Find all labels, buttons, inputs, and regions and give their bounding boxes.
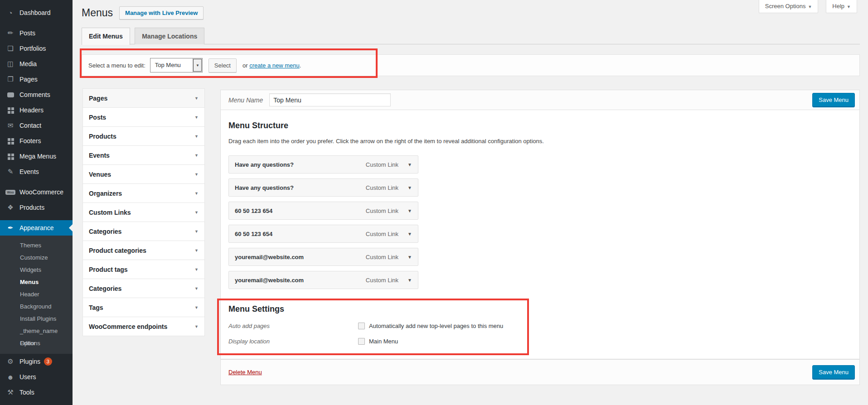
sidebar-item-comments[interactable]: Comments (0, 87, 73, 102)
create-new-menu-link[interactable]: create a new menu (249, 62, 300, 69)
sidebar-item-headers[interactable]: Headers (0, 102, 73, 118)
chevron-down-icon: ▼ (194, 210, 199, 215)
save-menu-button-top[interactable]: Save Menu (812, 93, 855, 107)
sidebar-item-label: Media (19, 60, 37, 68)
sidebar-item-pages[interactable]: ❐ Pages (0, 72, 73, 87)
menu-item-row[interactable]: 60 50 123 654 Custom Link▼ (228, 225, 418, 243)
panel-custom-links[interactable]: Custom Links▼ (82, 202, 205, 222)
item-config-arrow-icon[interactable]: ▼ (407, 162, 412, 167)
panel-categories-2[interactable]: Categories▼ (82, 279, 205, 298)
panel-categories[interactable]: Categories▼ (82, 222, 205, 241)
panel-pages[interactable]: Pages▼ (82, 88, 205, 108)
screen-meta-links: Screen Options▼ Help▼ (759, 0, 857, 13)
tools-icon: ⚒ (5, 388, 15, 396)
sidebar-item-posts[interactable]: ✏ Posts (0, 25, 73, 41)
sidebar-item-plugins[interactable]: ⚙ Plugins 3 (0, 354, 73, 369)
menu-item-row[interactable]: youremail@website.com Custom Link▼ (228, 271, 418, 289)
selected-menu-value: Top Menu (150, 58, 193, 72)
submenu-item-theme-name-options[interactable]: _theme_name Options (0, 325, 73, 337)
page-header: Menus Manage with Live Preview (82, 6, 204, 19)
sidebar-item-dashboard[interactable]: ◔ Dashboard (0, 5, 73, 20)
sidebar-item-appearance[interactable]: ✒ Appearance (0, 220, 73, 236)
menu-item-row[interactable]: Have any questions? Custom Link▼ (228, 178, 418, 197)
page-title: Menus (82, 7, 113, 19)
sidebar-item-products[interactable]: ❖ Products (0, 200, 73, 215)
tab-manage-locations[interactable]: Manage Locations (135, 28, 204, 44)
sidebar-item-portfolios[interactable]: ❏ Portfolios (0, 41, 73, 56)
delete-menu-link[interactable]: Delete Menu (228, 369, 262, 376)
menu-name-label: Menu Name (228, 96, 263, 104)
menu-name-bar: Menu Name Save Menu (220, 90, 860, 110)
menu-item-type: Custom Link (366, 277, 398, 284)
panel-venues[interactable]: Venues▼ (82, 164, 205, 184)
main-menu-checkbox[interactable] (358, 338, 365, 345)
sidebar-item-label: Comments (19, 91, 50, 98)
menu-item-type: Custom Link (366, 207, 398, 214)
sidebar-item-users[interactable]: ☻ Users (0, 369, 73, 385)
item-config-arrow-icon[interactable]: ▼ (407, 231, 412, 236)
submenu-item-header[interactable]: Header (0, 288, 73, 300)
item-config-arrow-icon[interactable]: ▼ (407, 208, 412, 213)
sidebar-item-tools[interactable]: ⚒ Tools (0, 385, 73, 400)
setting-row-display-location: Display location Main Menu (228, 338, 852, 345)
manage-with-live-preview-button[interactable]: Manage with Live Preview (119, 6, 204, 19)
auto-add-pages-checkbox[interactable] (358, 323, 365, 329)
panel-woocommerce-endpoints[interactable]: WooCommerce endpoints▼ (82, 317, 205, 336)
menu-item-row[interactable]: youremail@website.com Custom Link▼ (228, 248, 418, 266)
save-menu-button-bottom[interactable]: Save Menu (812, 365, 855, 380)
sidebar-item-media[interactable]: ◫ Media (0, 56, 73, 72)
setting-row-auto-add: Auto add pages Automatically add new top… (228, 323, 852, 329)
submenu-item-themes[interactable]: Themes (0, 239, 73, 251)
dashboard-icon: ◔ (5, 9, 15, 17)
menu-select-bar: Select a menu to edit: Top Menu ▼ Select… (82, 54, 860, 76)
menu-item-type: Custom Link (366, 231, 398, 237)
media-icon: ◫ (5, 60, 15, 68)
plugins-icon: ⚙ (5, 357, 15, 366)
sidebar-item-label: Portfolios (19, 45, 46, 52)
item-config-arrow-icon[interactable]: ▼ (407, 278, 412, 283)
chevron-down-icon: ▼ (194, 153, 199, 158)
submenu-item-install-plugins[interactable]: Install Plugins (0, 313, 73, 325)
menu-select-dropdown[interactable]: Top Menu ▼ (150, 58, 203, 72)
submenu-item-widgets[interactable]: Widgets (0, 264, 73, 276)
panel-product-tags[interactable]: Product tags▼ (82, 260, 205, 279)
panel-organizers[interactable]: Organizers▼ (82, 183, 205, 203)
chevron-down-icon: ▼ (194, 115, 199, 120)
users-icon: ☻ (5, 373, 15, 381)
chevron-down-icon: ▼ (194, 134, 199, 139)
menus-tab-bar: Edit Menus Manage Locations (82, 28, 860, 44)
panel-product-categories[interactable]: Product categories▼ (82, 241, 205, 260)
submenu-item-menus[interactable]: Menus (0, 276, 73, 288)
menu-structure-description: Drag each item into the order you prefer… (228, 138, 852, 145)
submenu-item-customize[interactable]: Customize (0, 251, 73, 264)
select-button[interactable]: Select (209, 58, 237, 72)
chevron-down-icon: ▼ (808, 5, 812, 9)
sidebar-separator (0, 20, 73, 25)
sidebar-item-footers[interactable]: Footers (0, 133, 73, 149)
chevron-down-icon: ▼ (194, 229, 199, 234)
events-icon: ✎ (5, 168, 15, 176)
panel-posts[interactable]: Posts▼ (82, 107, 205, 127)
sidebar-item-label: Headers (19, 106, 44, 114)
chevron-down-icon: ▼ (194, 267, 199, 272)
item-config-arrow-icon[interactable]: ▼ (407, 255, 412, 260)
panel-tags[interactable]: Tags▼ (82, 298, 205, 317)
sidebar-item-label: Contact (19, 122, 41, 129)
chevron-down-icon: ▼ (193, 58, 202, 72)
menu-item-row[interactable]: Have any questions? Custom Link▼ (228, 155, 418, 174)
tab-edit-menus[interactable]: Edit Menus (82, 28, 130, 45)
item-config-arrow-icon[interactable]: ▼ (407, 185, 412, 190)
sidebar-item-contact[interactable]: ✉ Contact (0, 118, 73, 133)
products-icon: ❖ (5, 203, 15, 212)
sidebar-item-events[interactable]: ✎ Events (0, 164, 73, 179)
portfolios-icon: ❏ (5, 44, 15, 53)
menu-item-row[interactable]: 60 50 123 654 Custom Link▼ (228, 202, 418, 220)
submenu-item-background[interactable]: Background (0, 300, 73, 313)
menu-name-input[interactable] (269, 93, 391, 106)
help-button[interactable]: Help▼ (826, 0, 857, 13)
panel-events[interactable]: Events▼ (82, 145, 205, 165)
sidebar-item-woocommerce[interactable]: Woo WooCommerce (0, 184, 73, 200)
screen-options-button[interactable]: Screen Options▼ (759, 0, 819, 13)
sidebar-item-mega-menus[interactable]: Mega Menus (0, 149, 73, 164)
panel-products[interactable]: Products▼ (82, 126, 205, 146)
